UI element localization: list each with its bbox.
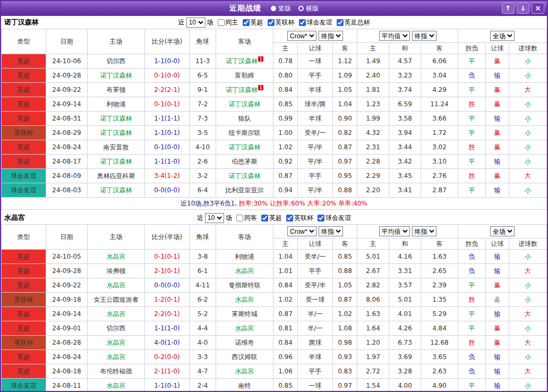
filter-checkbox-0-0[interactable]: 同主 <box>218 18 238 27</box>
corners-cell: 4-7 <box>190 364 216 379</box>
avg-away-odds: 3.65 <box>421 350 458 364</box>
odds-source-select[interactable]: 终指 <box>412 226 436 236</box>
odds-source-select[interactable]: Crow* <box>287 226 316 236</box>
checkbox-input[interactable] <box>268 19 275 26</box>
home-team-cell: 水晶宫 <box>88 379 145 392</box>
corners-cell: 6-5 <box>190 69 216 83</box>
goals-result-cell: 大 <box>509 307 547 321</box>
window-controls: ↑ ↓ × <box>502 3 544 14</box>
checkbox-input[interactable] <box>218 19 225 26</box>
filter-bar: 近 10 场 同主英超英联杯球会友谊英足总杯 <box>178 18 370 28</box>
odds-source-select[interactable]: 终指 <box>319 226 343 236</box>
avg-home-odds: 2.29 <box>357 169 389 183</box>
filter-checkbox-0-2[interactable]: 英联杯 <box>268 18 295 27</box>
filter-checkbox-1-1[interactable]: 英超 <box>261 214 282 223</box>
filter-checkbox-1-0[interactable]: 同客 <box>236 214 257 223</box>
handicap-result-cell: 赢 <box>486 169 509 183</box>
home-team-cell: 水晶宫 <box>88 307 145 321</box>
league-badge: 英超 <box>2 264 46 278</box>
team-label: 诺丁汉森林 <box>226 57 258 65</box>
handicap-away-odds: 0.83 <box>333 364 357 379</box>
close-button[interactable]: × <box>532 3 544 14</box>
near-label: 近 <box>178 18 185 27</box>
checkbox-input[interactable] <box>236 215 243 221</box>
team-label: 利物浦 <box>235 253 254 260</box>
recent-count-select[interactable]: 10 <box>205 213 224 223</box>
team-label: 奥林匹亚科斯 <box>97 172 135 180</box>
sub-col-header: 主 <box>357 238 389 250</box>
avg-away-odds: 3.02 <box>421 140 458 155</box>
layout-radio-0[interactable]: 竖版 <box>271 4 291 13</box>
avg-away-odds: 4.84 <box>421 321 458 336</box>
team-label: 利物浦 <box>107 100 126 108</box>
odds-source-select[interactable]: 平均值 <box>379 226 410 236</box>
match-row: 英超 24-09-14 利物浦 0-1(0-1) 7-2 诺丁汉森林 0.85 … <box>2 97 547 112</box>
goals-result-cell: 小 <box>509 321 547 336</box>
handicap-result-cell: 输 <box>486 364 509 379</box>
scroll-up-button[interactable]: ↑ <box>502 3 515 14</box>
checkbox-input[interactable] <box>318 215 324 221</box>
result-cell: 负 <box>458 69 486 83</box>
filter-checkbox-1-2[interactable]: 英联杯 <box>286 214 313 223</box>
goals-result-cell: 小 <box>509 112 547 126</box>
handicap-result-cell: 赢 <box>486 321 509 336</box>
filter-checkbox-0-1[interactable]: 英超 <box>243 18 263 27</box>
checkbox-input[interactable] <box>286 215 293 221</box>
handicap-away-odds: 0.82 <box>333 126 357 140</box>
checkbox-input[interactable] <box>261 215 268 221</box>
odds-source-select[interactable]: 全场 <box>490 226 515 236</box>
match-date: 24-08-18 <box>46 364 88 379</box>
sub-col-header: 客 <box>333 238 357 250</box>
match-date: 24-09-14 <box>46 307 88 321</box>
odds-source-select[interactable]: 全场 <box>490 31 515 41</box>
summary-segment: 大率:20% <box>307 200 339 207</box>
sub-col-header: 胜负 <box>458 238 486 250</box>
avg-away-odds: 3.04 <box>421 69 458 83</box>
odds-source-select[interactable]: 平均值 <box>379 31 410 41</box>
score-cell: 2-1(1-0) <box>145 364 190 379</box>
handicap-line: 半/一 <box>298 307 333 321</box>
handicap-home-odds: 0.84 <box>273 83 298 97</box>
filter-checkbox-0-4[interactable]: 英足总杯 <box>337 18 370 27</box>
recent-count-select[interactable]: 10 <box>186 18 206 28</box>
filter-checkbox-1-3[interactable]: 球会友谊 <box>318 214 351 223</box>
handicap-line: 半球 <box>298 112 333 126</box>
sub-col-header: 和 <box>389 238 421 250</box>
league-badge: 球会友谊 <box>2 379 46 392</box>
match-date: 24-08-24 <box>46 350 88 364</box>
odds-group-header: 全场 <box>458 29 547 43</box>
match-row: 英超 24-09-01 切尔西 1-1(1-0) 4-4 水晶宫 0.81 半/… <box>2 321 547 336</box>
result-cell: 负 <box>458 250 486 264</box>
sub-col-header: 让球 <box>486 238 509 250</box>
league-badge: 英超 <box>2 155 46 169</box>
section-head: 水晶宫 近 10 场 同客英超英联杯球会友谊 <box>1 211 547 224</box>
avg-home-odds: 2.20 <box>357 183 389 198</box>
handicap-home-odds: 0.87 <box>273 307 298 321</box>
checkbox-input[interactable] <box>299 19 306 26</box>
handicap-line: 半球 <box>298 350 333 364</box>
home-team-cell: 诺丁汉森林 <box>88 183 145 198</box>
match-date: 24-09-14 <box>46 97 88 112</box>
team-label: 水晶宫 <box>107 353 126 361</box>
avg-away-odds: 5.29 <box>421 307 458 321</box>
score-cell: 0-0(0-0) <box>145 278 190 293</box>
scroll-down-button[interactable]: ↓ <box>517 3 529 14</box>
odds-source-select[interactable]: 终指 <box>412 31 436 41</box>
checkbox-input[interactable] <box>337 19 344 26</box>
home-team-cell: 布莱顿 <box>88 83 145 97</box>
handicap-away-odds: 0.95 <box>333 169 357 183</box>
avg-home-odds: 1.49 <box>357 54 389 69</box>
checkbox-label: 英联杯 <box>276 18 295 27</box>
odds-source-select[interactable]: 终指 <box>319 31 343 41</box>
checkbox-input[interactable] <box>243 19 250 26</box>
handicap-away-odds: 0.87 <box>333 293 357 307</box>
corners-cell: 11-3 <box>190 54 216 69</box>
away-team-cell: 利物浦 <box>216 250 273 264</box>
layout-radio-1[interactable]: 横版 <box>298 4 319 13</box>
page-title: 近期战绩 <box>229 4 261 13</box>
handicap-away-odds: 0.97 <box>333 155 357 169</box>
match-row: 英超 24-09-14 水晶宫 2-2(0-1) 5-2 莱斯特城 0.87 半… <box>2 307 547 321</box>
filter-checkbox-0-3[interactable]: 球会友谊 <box>299 18 332 27</box>
col-header: 类型 <box>2 225 46 250</box>
odds-source-select[interactable]: Crow* <box>287 31 316 41</box>
